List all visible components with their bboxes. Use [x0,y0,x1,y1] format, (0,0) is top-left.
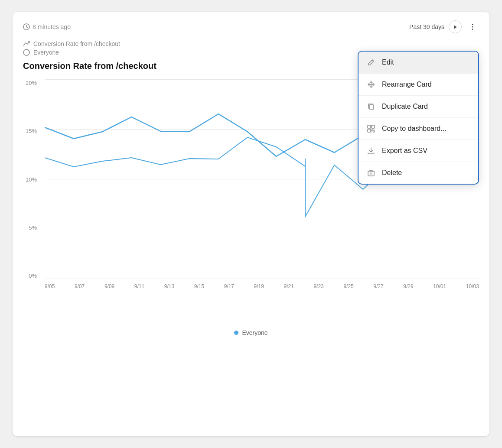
menu-duplicate-label: Duplicate Card [382,103,428,110]
timestamp-text: 8 minutes ago [33,23,71,30]
metric-name: Conversion Rate from /checkout [33,40,120,47]
x-label-0923: 9/23 [313,283,323,289]
menu-copy-dashboard-label: Copy to dashboard... [382,125,447,133]
menu-item-duplicate[interactable]: Duplicate Card [359,95,478,117]
x-label-0905: 9/05 [45,283,55,289]
menu-item-export[interactable]: Export as CSV [359,140,478,162]
x-label-0915: 9/15 [194,283,204,289]
svg-point-3 [472,26,473,28]
menu-edit-label: Edit [382,58,394,66]
copy-dashboard-icon [366,124,376,133]
play-button[interactable] [449,20,462,33]
edit-icon [366,58,376,67]
menu-item-delete[interactable]: Delete [359,162,478,184]
legend: Everyone [23,329,479,336]
clock-icon [23,23,30,30]
x-label-0917: 9/17 [224,283,234,289]
delete-icon [366,168,376,178]
x-label-0921: 9/21 [284,283,294,289]
y-label-20: 20% [23,80,40,86]
x-label-0913: 9/13 [164,283,174,289]
trend-icon [23,40,30,47]
x-label-1003: 10/03 [466,283,479,289]
y-label-0: 0% [23,273,40,279]
rearrange-icon [366,80,376,89]
more-icon [469,23,476,31]
metric-row: Conversion Rate from /checkout [23,40,479,47]
menu-item-edit[interactable]: Edit [359,52,478,73]
dashboard-card: 8 minutes ago Past 30 days [13,12,489,436]
top-bar-right: Past 30 days [409,20,479,33]
menu-export-label: Export as CSV [382,147,427,155]
top-bar: 8 minutes ago Past 30 days [23,20,479,33]
y-axis: 0% 5% 10% 15% 20% [23,80,40,279]
svg-rect-10 [372,125,375,128]
y-label-5: 5% [23,224,40,231]
svg-rect-15 [368,171,374,176]
period-label: Past 30 days [409,23,444,30]
timestamp: 8 minutes ago [23,23,71,30]
x-label-0909: 9/09 [104,283,114,289]
svg-rect-8 [369,105,374,109]
svg-point-4 [472,29,473,30]
x-label-0927: 9/27 [373,283,383,289]
menu-item-copy-dashboard[interactable]: Copy to dashboard... [359,117,478,140]
x-label-0929: 9/29 [403,283,413,289]
x-axis: 9/05 9/07 9/09 9/11 9/13 9/15 9/17 9/19 … [45,283,479,289]
legend-label: Everyone [242,329,267,336]
svg-point-2 [472,24,473,25]
menu-item-rearrange[interactable]: Rearrange Card [359,73,478,95]
duplicate-icon [366,102,376,111]
export-icon [366,146,376,156]
segment-icon [23,49,30,56]
svg-marker-1 [454,25,457,29]
menu-delete-label: Delete [382,169,402,177]
svg-rect-9 [368,125,371,128]
play-icon [453,25,457,29]
dropdown-menu: Edit Rearrange Card [358,51,479,185]
x-label-0911: 9/11 [134,283,144,289]
more-button[interactable] [466,20,479,33]
x-label-1001: 10/01 [433,283,446,289]
svg-rect-11 [368,129,371,132]
y-label-15: 15% [23,128,40,134]
x-label-0925: 9/25 [343,283,353,289]
menu-rearrange-label: Rearrange Card [382,81,432,88]
x-label-0907: 9/07 [75,283,85,289]
segment-name: Everyone [33,49,59,56]
legend-dot [234,331,238,335]
x-label-0919: 9/19 [254,283,264,289]
y-label-10: 10% [23,176,40,183]
